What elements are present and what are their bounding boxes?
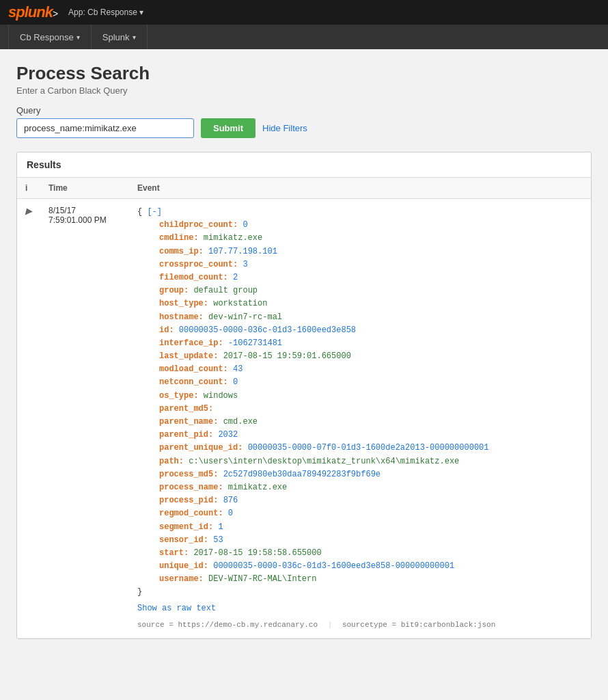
event-field: sensor_id: 53 [137,534,583,547]
field-key: process_name: [159,483,228,492]
field-value: -1062731481 [228,338,282,348]
field-key: last_update: [159,351,223,361]
field-value: c:\users\intern\desktop\mimikatz_trunk\x… [189,457,459,466]
field-value: mimikatz.exe [228,483,287,492]
close-brace: } [137,587,142,597]
event-field: parent_name: cmd.exe [137,416,583,429]
query-label: Query [16,105,592,116]
event-cell: { [-] childproc_count: 0cmdline: mimikat… [129,199,591,638]
expand-cell[interactable]: ▶ [17,199,40,638]
field-value: 2 [233,273,238,282]
minus-link[interactable]: [-] [147,207,162,217]
event-field: childproc_count: 0 [137,219,583,232]
field-value: 3 [243,260,247,269]
footer-meta: source = https://demo-cb.my.redcanary.co… [137,619,583,632]
field-key: sensor_id: [159,535,213,545]
source-label: source = https://demo-cb.my.redcanary.co [137,621,318,629]
field-value: 53 [213,535,223,545]
time-cell: 8/15/17 7:59:01.000 PM [40,199,129,638]
event-field: parent_unique_id: 00000035-0000-07f0-01d… [137,442,583,455]
event-field: unique_id: 00000035-0000-036c-01d3-1600e… [137,560,583,573]
field-key: crossproc_count: [159,260,243,269]
col-header-event: Event [129,178,591,199]
event-field: modload_count: 43 [137,363,583,376]
event-field: crossproc_count: 3 [137,258,583,271]
event-field: process_pid: 876 [137,494,583,507]
field-value: 1 [218,522,223,532]
query-row: Submit Hide Filters [16,118,592,138]
col-header-time: Time [40,178,129,199]
field-key: unique_id: [159,561,213,571]
field-value: 876 [223,496,238,505]
field-key: os_type: [159,391,204,401]
event-field: parent_pid: 2032 [137,429,583,442]
field-key: group: [159,286,193,295]
main-content: Process Search Enter a Carbon Black Quer… [0,49,608,700]
sec-nav: Cb Response ▾ Splunk ▾ [0,25,608,49]
date-value: 8/15/17 [49,206,121,215]
field-key: parent_name: [159,417,223,427]
field-key: netconn_count: [159,377,233,387]
field-key: modload_count: [159,364,233,374]
field-key: host_type: [159,299,213,308]
sec-nav-item-splunk[interactable]: Splunk ▾ [92,25,148,49]
hide-filters-link[interactable]: Hide Filters [262,123,307,133]
show-raw-text-link[interactable]: Show as raw text [137,604,216,613]
event-field: last_update: 2017-08-15 19:59:01.665000 [137,350,583,363]
field-key: regmod_count: [159,509,228,518]
results-header: Results [17,152,591,178]
submit-button[interactable]: Submit [201,118,255,138]
event-field: username: DEV-WIN7-RC-MAL\Intern [137,573,583,586]
event-fields: childproc_count: 0cmdline: mimikatz.exec… [137,219,583,586]
top-nav: splunk> App: Cb Response ▾ [0,0,608,25]
event-field: comms_ip: 107.77.198.101 [137,245,583,258]
table-row: ▶ 8/15/17 7:59:01.000 PM { [-] childproc… [17,199,591,638]
sec-nav-item-cbresponse[interactable]: Cb Response ▾ [8,25,92,49]
field-value: windows [204,391,238,401]
col-header-i: i [17,178,40,199]
event-close: } [137,586,583,599]
results-panel: Results i Time Event ▶ 8/15/17 7:59:01.0… [16,152,592,639]
field-value: 00000035-0000-036c-01d3-1600eed3e858 [179,325,356,335]
page-subtitle: Enter a Carbon Black Query [16,85,592,96]
field-value: DEV-WIN7-RC-MAL\Intern [208,574,316,584]
field-key: filemod_count: [159,273,233,282]
field-value: 2017-08-15 19:58:58.655000 [193,548,321,558]
query-input[interactable] [16,118,194,138]
sourcetype-label: sourcetype = bit9:carbonblack:json [342,621,495,629]
sec-nav-caret-cb: ▾ [77,33,80,41]
field-value: 00000035-0000-036c-01d3-1600eed3e858-000… [213,561,454,571]
field-value: 2032 [218,430,238,440]
field-key: hostname: [159,312,208,322]
field-value: 2c527d980eb30daa789492283f9bf69e [223,470,381,479]
splunk-logo: splunk> [8,3,57,21]
splunk-logo-caret: > [53,8,57,19]
field-value: 0 [243,220,247,230]
field-key: process_md5: [159,470,223,479]
field-key: parent_pid: [159,430,218,440]
field-key: interface_ip: [159,338,228,348]
field-value: 0 [233,377,238,387]
expand-icon[interactable]: ▶ [25,206,32,216]
sec-nav-caret-splunk: ▾ [133,33,136,41]
event-field: group: default group [137,284,583,297]
field-key: segment_id: [159,522,218,532]
open-brace: { [137,207,147,217]
field-key: id: [159,325,179,335]
field-value: workstation [213,299,267,308]
time-value: 7:59:01.000 PM [49,215,121,225]
event-field: segment_id: 1 [137,521,583,534]
event-field: regmod_count: 0 [137,507,583,520]
event-field: id: 00000035-0000-036c-01d3-1600eed3e858 [137,324,583,337]
field-key: parent_unique_id: [159,443,248,453]
field-value: 43 [233,364,243,374]
field-value: 00000035-0000-07f0-01d3-1600de2a2013-000… [248,443,489,453]
results-table: i Time Event ▶ 8/15/17 7:59:01.000 PM [17,178,591,638]
event-field: interface_ip: -1062731481 [137,337,583,350]
field-key: start: [159,548,193,558]
app-cb-response-link[interactable]: App: Cb Response ▾ [68,8,143,17]
field-key: comms_ip: [159,247,208,256]
field-value: 107.77.198.101 [208,247,277,256]
field-value: mimikatz.exe [204,233,262,243]
field-key: childproc_count: [159,220,243,230]
